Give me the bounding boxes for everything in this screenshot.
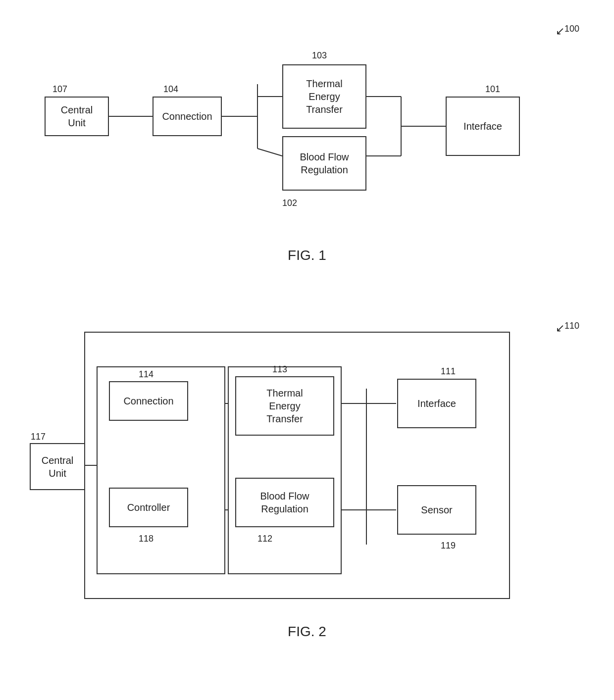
fig2-central-unit-box: CentralUnit <box>30 443 85 490</box>
fig1-connection-label: Connection <box>162 110 212 123</box>
fig1-ref-101: 101 <box>485 84 500 95</box>
fig2-connection-box: Connection <box>109 381 188 421</box>
fig1-interface-box: Interface <box>446 97 520 156</box>
fig1-central-unit-label: CentralUnit <box>61 103 93 129</box>
fig2-ref-113: 113 <box>272 364 287 375</box>
fig2-ref-111: 111 <box>441 366 456 377</box>
fig1-label: FIG. 1 <box>20 248 594 263</box>
fig1-diagram: CentralUnit 107 Connection 104 ThermalEn… <box>20 20 594 248</box>
fig2-container: ↙ 110 <box>20 317 594 688</box>
fig2-diagram: CentralUnit 117 Connection 114 Controlle… <box>20 317 594 624</box>
fig1-thermal-box: ThermalEnergyTransfer <box>282 64 366 129</box>
fig2-blood-flow-box: Blood FlowRegulation <box>235 478 334 527</box>
fig2-ref-118: 118 <box>139 534 154 544</box>
page: ↙ 100 <box>0 0 614 700</box>
fig2-ref-117: 117 <box>31 432 46 442</box>
fig2-label: FIG. 2 <box>20 624 594 640</box>
fig1-central-unit-box: CentralUnit <box>45 97 109 136</box>
fig1-blood-flow-box: Blood FlowRegulation <box>282 136 366 191</box>
fig1-ref-103: 103 <box>312 50 327 61</box>
fig2-connection-label: Connection <box>123 395 173 407</box>
fig2-controller-box: Controller <box>109 488 188 527</box>
fig2-ref-112: 112 <box>257 534 272 544</box>
fig1-ref-107: 107 <box>52 84 67 95</box>
fig2-thermal-label: ThermalEnergyTransfer <box>266 387 303 425</box>
fig2-controller-label: Controller <box>127 501 170 514</box>
fig1-container: ↙ 100 <box>20 20 594 307</box>
fig1-thermal-label: ThermalEnergyTransfer <box>306 77 343 116</box>
fig2-ref-119: 119 <box>441 541 456 551</box>
fig2-interface-box: Interface <box>397 379 476 428</box>
fig2-sensor-box: Sensor <box>397 485 476 535</box>
fig1-ref-102: 102 <box>282 198 297 208</box>
fig2-thermal-box: ThermalEnergyTransfer <box>235 376 334 436</box>
fig2-blood-flow-label: Blood FlowRegulation <box>260 490 309 515</box>
fig2-ref-114: 114 <box>139 369 154 380</box>
fig1-ref-104: 104 <box>163 84 178 95</box>
fig1-blood-flow-label: Blood FlowRegulation <box>300 150 349 176</box>
svg-line-4 <box>257 149 282 156</box>
fig2-interface-label: Interface <box>417 397 456 410</box>
fig1-connection-box: Connection <box>153 97 222 136</box>
fig1-interface-label: Interface <box>463 120 502 133</box>
fig2-sensor-label: Sensor <box>421 503 452 516</box>
fig2-central-unit-label: CentralUnit <box>42 454 73 480</box>
